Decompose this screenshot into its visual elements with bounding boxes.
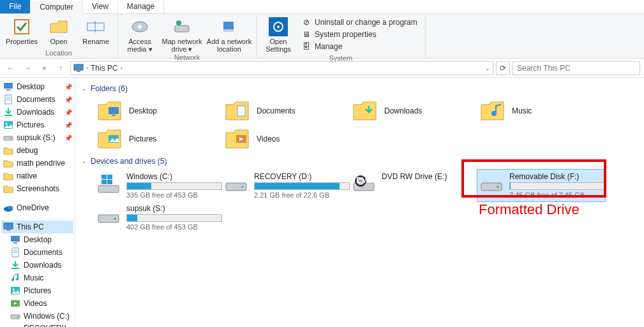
usb-drive-icon	[480, 172, 503, 195]
drive-name: Removable Disk (F:)	[509, 172, 605, 181]
folders-header[interactable]: ⌄Folders (6)	[82, 84, 638, 93]
system-properties-button[interactable]: 🖥System properties	[300, 29, 419, 40]
tab-manage[interactable]: Manage	[118, 0, 164, 13]
tree-item-supsuk-s-[interactable]: supsuk (S:)📌	[1, 131, 73, 144]
tree-item-downloads[interactable]: Downloads	[1, 259, 73, 272]
map-drive-button[interactable]: Map network drive ▾	[159, 15, 205, 53]
tab-view[interactable]: View	[83, 0, 118, 13]
chevron-right-icon: ›	[121, 65, 123, 71]
svg-text:DVD: DVD	[356, 176, 373, 185]
svg-rect-52	[101, 180, 107, 184]
ribbon: Properties Open Rename Location Access m…	[0, 14, 644, 59]
folder-pictures[interactable]: Pictures	[94, 125, 222, 153]
svg-rect-7	[223, 22, 234, 29]
tree-item-downloads[interactable]: Downloads📌	[1, 106, 73, 119]
tree-label: native	[17, 171, 37, 180]
content-pane: ⌄Folders (6) DesktopDocumentsDownloadsMu…	[75, 78, 644, 327]
back-button[interactable]: ←	[4, 61, 18, 75]
tree-item-windows-c-[interactable]: Windows (C:)	[1, 310, 73, 323]
media-icon	[130, 17, 150, 37]
folder-icon	[3, 145, 13, 156]
folder-icon	[3, 171, 13, 181]
tree-item-music[interactable]: Music	[1, 272, 73, 284]
tree-item-documents[interactable]: Documents	[1, 246, 73, 259]
up-button[interactable]: ↑	[54, 61, 68, 75]
add-location-button[interactable]: Add a network location	[206, 15, 252, 53]
address-bar[interactable]: › This PC › ⌄	[70, 61, 493, 75]
folder-label: Pictures	[129, 134, 156, 143]
tree-label: Desktop	[17, 82, 45, 91]
chevron-down-icon[interactable]: ⌄	[485, 65, 490, 71]
folder-label: Music	[512, 106, 532, 115]
pin-icon: 📌	[64, 84, 72, 91]
open-button[interactable]: Open	[41, 15, 77, 45]
tab-file[interactable]: File	[0, 0, 31, 13]
svg-rect-13	[77, 71, 80, 72]
manage-icon: 🗄	[301, 41, 311, 52]
svg-point-64	[114, 218, 116, 220]
svg-rect-5	[175, 25, 189, 32]
refresh-button[interactable]: ⟳	[496, 61, 510, 75]
access-media-button[interactable]: Access media ▾	[122, 15, 158, 53]
tree-label: Downloads	[24, 261, 61, 270]
tree-item-documents[interactable]: Documents📌	[1, 93, 73, 106]
tree-item-native[interactable]: native	[1, 170, 73, 182]
drive-removable-disk-f-[interactable]: Removable Disk (F:)7.45 GB free of 7.45 …	[477, 170, 605, 201]
drive-free: 7.45 GB free of 7.45 GB	[509, 191, 605, 199]
drive-free: 335 GB free of 453 GB	[126, 191, 222, 199]
search-input[interactable]: Search This PC	[513, 61, 640, 75]
drive-free: 2.21 GB free of 22.6 GB	[254, 191, 350, 199]
svg-rect-26	[4, 223, 13, 229]
drive-supsuk-s-[interactable]: supsuk (S:)402 GB free of 453 GB	[94, 201, 222, 233]
svg-rect-51	[107, 175, 112, 179]
tab-computer[interactable]: Computer	[31, 1, 83, 14]
desktop-icon	[3, 82, 13, 92]
svg-rect-49	[98, 185, 119, 193]
svg-rect-28	[11, 236, 20, 242]
drive-windows-c-[interactable]: Windows (C:)335 GB free of 453 GB	[94, 170, 222, 201]
drive-recovery-d-[interactable]: RECOVERY (D:)2.21 GB free of 22.6 GB	[222, 170, 350, 201]
down-icon	[10, 260, 20, 270]
capacity-bar	[126, 214, 222, 222]
tree-item-screenshots[interactable]: Screenshots	[1, 182, 73, 195]
folder-desktop[interactable]: Desktop	[94, 97, 222, 125]
svg-rect-29	[13, 242, 17, 243]
video-icon	[10, 298, 20, 309]
tree-item-desktop[interactable]: Desktop📌	[1, 80, 73, 93]
recent-dropdown[interactable]: ▾	[37, 61, 51, 75]
breadcrumb-thispc[interactable]: This PC	[91, 64, 118, 73]
tree-item-onedrive[interactable]: OneDrive	[1, 201, 73, 214]
folder-documents[interactable]: Documents	[222, 97, 350, 125]
doc-icon	[10, 247, 20, 258]
tree-item-math-pendrive[interactable]: math pendrive	[1, 157, 73, 170]
drives-header[interactable]: ⌄Devices and drives (5)	[82, 157, 638, 166]
down-icon	[3, 107, 13, 117]
tree-label: This PC	[17, 222, 44, 231]
tree-item-desktop[interactable]: Desktop	[1, 233, 73, 246]
tree-item-pictures[interactable]: Pictures📌	[1, 119, 73, 131]
tree-label: OneDrive	[17, 203, 49, 212]
capacity-bar	[254, 182, 350, 190]
tree-item-thispc[interactable]: This PC	[1, 221, 73, 233]
tree-item-videos[interactable]: Videos	[1, 297, 73, 310]
svg-rect-8	[223, 29, 234, 32]
drive-dvd-rw-drive-e-[interactable]: DVDDVD RW Drive (E:)	[350, 170, 477, 201]
folder-downloads[interactable]: Downloads	[350, 97, 477, 125]
tree-label: Windows (C:)	[24, 312, 70, 321]
drive-name: DVD RW Drive (E:)	[382, 172, 475, 181]
drive-icon	[10, 311, 20, 321]
open-settings-button[interactable]: Open Settings	[260, 15, 296, 54]
properties-button[interactable]: Properties	[4, 15, 40, 45]
uninstall-button[interactable]: ⊘Uninstall or change a program	[300, 17, 419, 28]
tree-item-debug[interactable]: debug	[1, 144, 73, 157]
folder-icon	[3, 184, 13, 194]
folder-videos[interactable]: Videos	[222, 125, 350, 153]
pin-icon: 📌	[64, 96, 72, 103]
forward-button[interactable]: →	[20, 61, 34, 75]
manage-button[interactable]: 🗄Manage	[300, 41, 419, 52]
rename-button[interactable]: Rename	[78, 15, 114, 45]
folder-music[interactable]: Music	[477, 97, 605, 125]
svg-point-55	[242, 186, 244, 188]
tree-item-pictures[interactable]: Pictures	[1, 284, 73, 297]
tree-item-recovery-d-[interactable]: RECOVERY (D:)	[1, 323, 73, 327]
